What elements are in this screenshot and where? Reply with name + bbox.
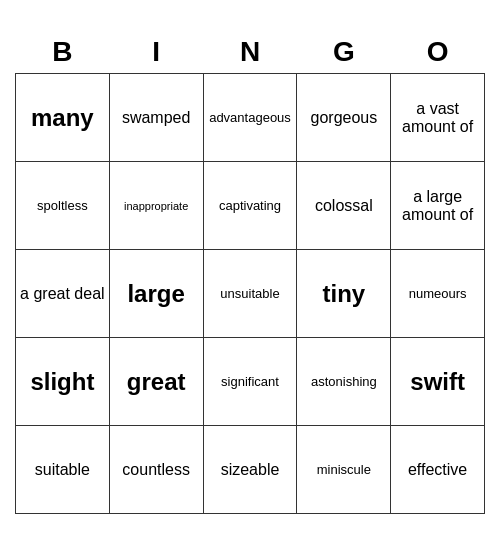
bingo-cell-3-4: swift <box>391 338 485 426</box>
bingo-cell-3-1: great <box>109 338 203 426</box>
bingo-header-G: G <box>297 30 391 74</box>
bingo-cell-2-2: unsuitable <box>203 250 297 338</box>
bingo-row-3: slightgreatsignificantastonishingswift <box>16 338 485 426</box>
bingo-cell-3-0: slight <box>16 338 110 426</box>
bingo-header-B: B <box>16 30 110 74</box>
bingo-card: BINGO manyswampedadvantageousgorgeousa v… <box>15 30 485 515</box>
bingo-row-4: suitablecountlesssizeableminisculeeffect… <box>16 426 485 514</box>
bingo-cell-2-4: numeours <box>391 250 485 338</box>
bingo-cell-4-0: suitable <box>16 426 110 514</box>
bingo-cell-1-3: colossal <box>297 162 391 250</box>
bingo-cell-1-2: captivating <box>203 162 297 250</box>
bingo-cell-3-3: astonishing <box>297 338 391 426</box>
bingo-cell-4-1: countless <box>109 426 203 514</box>
bingo-header-N: N <box>203 30 297 74</box>
bingo-cell-3-2: significant <box>203 338 297 426</box>
bingo-header-I: I <box>109 30 203 74</box>
bingo-cell-2-1: large <box>109 250 203 338</box>
bingo-cell-0-2: advantageous <box>203 74 297 162</box>
bingo-cell-0-1: swamped <box>109 74 203 162</box>
bingo-cell-0-0: many <box>16 74 110 162</box>
bingo-cell-2-0: a great deal <box>16 250 110 338</box>
bingo-cell-4-4: effective <box>391 426 485 514</box>
bingo-cell-4-3: miniscule <box>297 426 391 514</box>
bingo-header-O: O <box>391 30 485 74</box>
bingo-cell-4-2: sizeable <box>203 426 297 514</box>
bingo-cell-0-4: a vast amount of <box>391 74 485 162</box>
bingo-cell-0-3: gorgeous <box>297 74 391 162</box>
bingo-cell-1-0: spoltless <box>16 162 110 250</box>
bingo-cell-1-1: inappropriate <box>109 162 203 250</box>
bingo-row-0: manyswampedadvantageousgorgeousa vast am… <box>16 74 485 162</box>
bingo-row-2: a great deallargeunsuitabletinynumeours <box>16 250 485 338</box>
bingo-cell-2-3: tiny <box>297 250 391 338</box>
bingo-cell-1-4: a large amount of <box>391 162 485 250</box>
bingo-row-1: spoltlessinappropriatecaptivatingcolossa… <box>16 162 485 250</box>
